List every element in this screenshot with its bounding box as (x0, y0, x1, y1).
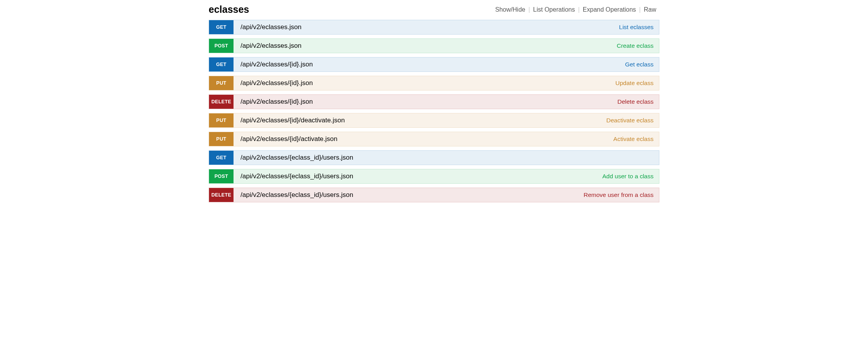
resource-heading[interactable]: eclasses (209, 4, 249, 15)
spacer (302, 20, 619, 34)
endpoint-summary[interactable]: Deactivate eclass (607, 113, 659, 127)
endpoint-summary[interactable]: Add user to a class (602, 169, 659, 183)
api-resource-container: eclasses Show/Hide | List Operations | E… (174, 4, 694, 202)
endpoint-summary[interactable]: Create eclass (617, 39, 659, 53)
endpoint-row[interactable]: POST/api/v2/eclasses/{eclass_id}/users.j… (209, 169, 659, 184)
raw-link[interactable]: Raw (641, 6, 659, 13)
endpoint-path[interactable]: /api/v2/eclasses/{id}.json (234, 57, 313, 71)
endpoint-path[interactable]: /api/v2/eclasses/{id}/activate.json (234, 132, 337, 146)
endpoint-summary[interactable]: Delete eclass (617, 95, 659, 109)
endpoint-row[interactable]: GET/api/v2/eclasses.jsonList eclasses (209, 20, 659, 35)
endpoint-summary[interactable]: Remove user from a class (584, 188, 659, 202)
resource-options: Show/Hide | List Operations | Expand Ope… (492, 6, 659, 13)
endpoint-path[interactable]: /api/v2/eclasses/{id}/deactivate.json (234, 113, 345, 127)
heading-row: eclasses Show/Hide | List Operations | E… (209, 4, 659, 15)
endpoint-row[interactable]: PUT/api/v2/eclasses/{id}/activate.jsonAc… (209, 132, 659, 146)
spacer (302, 39, 617, 53)
endpoint-summary[interactable] (654, 151, 659, 165)
endpoint-summary[interactable]: Get eclass (625, 57, 659, 71)
http-method-badge[interactable]: PUT (209, 76, 234, 90)
endpoint-row[interactable]: GET/api/v2/eclasses/{eclass_id}/users.js… (209, 150, 659, 165)
list-operations-link[interactable]: List Operations (530, 6, 578, 13)
endpoint-summary[interactable]: Activate eclass (614, 132, 659, 146)
endpoint-row[interactable]: PUT/api/v2/eclasses/{id}.jsonUpdate ecla… (209, 76, 659, 90)
http-method-badge[interactable]: POST (209, 169, 234, 183)
endpoint-row[interactable]: DELETE/api/v2/eclasses/{id}.jsonDelete e… (209, 94, 659, 109)
endpoint-path[interactable]: /api/v2/eclasses/{eclass_id}/users.json (234, 188, 353, 202)
expand-operations-link[interactable]: Expand Operations (580, 6, 639, 13)
endpoint-path[interactable]: /api/v2/eclasses/{eclass_id}/users.json (234, 169, 353, 183)
endpoint-path[interactable]: /api/v2/eclasses.json (234, 39, 302, 53)
endpoint-path[interactable]: /api/v2/eclasses/{id}.json (234, 95, 313, 109)
http-method-badge[interactable]: PUT (209, 132, 234, 146)
spacer (353, 151, 654, 165)
spacer (353, 169, 602, 183)
http-method-badge[interactable]: DELETE (209, 95, 234, 109)
endpoint-path[interactable]: /api/v2/eclasses/{eclass_id}/users.json (234, 151, 353, 165)
spacer (337, 132, 613, 146)
spacer (313, 95, 617, 109)
show-hide-link[interactable]: Show/Hide (492, 6, 528, 13)
http-method-badge[interactable]: POST (209, 39, 234, 53)
endpoint-row[interactable]: PUT/api/v2/eclasses/{id}/deactivate.json… (209, 113, 659, 128)
http-method-badge[interactable]: GET (209, 151, 234, 165)
http-method-badge[interactable]: DELETE (209, 188, 234, 202)
endpoint-row[interactable]: POST/api/v2/eclasses.jsonCreate eclass (209, 38, 659, 53)
endpoint-summary[interactable]: Update eclass (615, 76, 659, 90)
spacer (345, 113, 606, 127)
http-method-badge[interactable]: PUT (209, 113, 234, 127)
endpoints-list: GET/api/v2/eclasses.jsonList eclassesPOS… (209, 20, 659, 202)
endpoint-path[interactable]: /api/v2/eclasses.json (234, 20, 302, 34)
endpoint-summary[interactable]: List eclasses (619, 20, 659, 34)
endpoint-row[interactable]: DELETE/api/v2/eclasses/{eclass_id}/users… (209, 188, 659, 202)
spacer (353, 188, 584, 202)
http-method-badge[interactable]: GET (209, 57, 234, 71)
endpoint-path[interactable]: /api/v2/eclasses/{id}.json (234, 76, 313, 90)
http-method-badge[interactable]: GET (209, 20, 234, 34)
endpoint-row[interactable]: GET/api/v2/eclasses/{id}.jsonGet eclass (209, 57, 659, 72)
spacer (313, 57, 625, 71)
spacer (313, 76, 615, 90)
